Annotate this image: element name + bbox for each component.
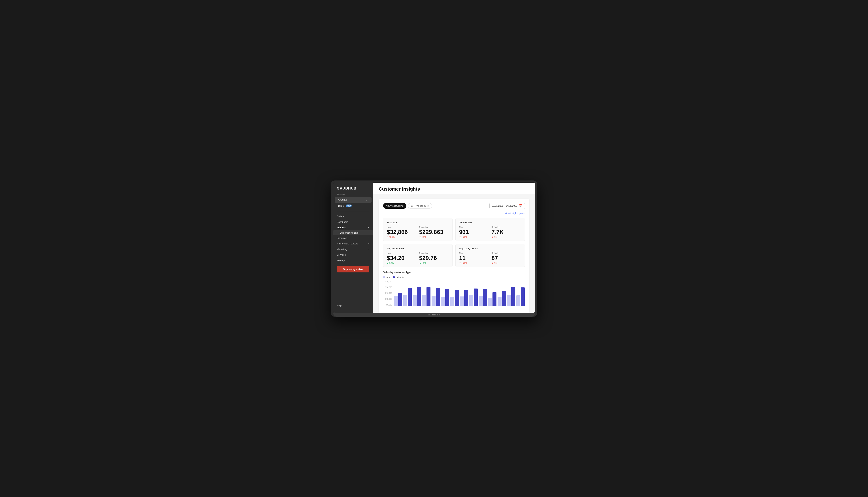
bar-group [479,289,487,306]
y-axis-label: $20,000 [383,286,393,288]
avg-order-new-change-val: 3.6% [389,262,394,264]
tab-new-vs-returning[interactable]: New vs returning [383,203,407,209]
bar-returning [511,287,515,306]
ratings-chevron-icon: ▾ [369,243,369,245]
avg-order-ret-label: Returning [419,252,449,254]
total-orders-new-change: ▼ 15.8% [459,236,489,238]
laptop-screen: GRUBHUB Switch to... Grubhub ✓ Direct Ne… [333,183,535,313]
bar-group [403,288,412,306]
bar-new [413,295,417,306]
bar-group [469,288,478,306]
total-sales-title: Total sales [387,221,449,224]
bar-group [498,292,506,306]
avg-daily-title: Avg. daily orders [459,247,521,250]
sidebar-item-ratings[interactable]: Ratings and reviews ▾ [333,241,373,246]
tab-gh-plus[interactable]: GH+ vs non GH+ [408,203,432,209]
orders-label: Orders [337,215,344,218]
total-orders-ret-change: ▼ 5.9% [492,236,521,238]
avg-daily-new-change-val: 15.8% [461,262,467,264]
avg-daily-ret-change-val: 5.9% [494,262,498,264]
avg-order-new-change: ▲ 3.6% [387,262,416,264]
stop-taking-orders-button[interactable]: Stop taking orders [337,266,369,272]
bar-returning [502,292,506,306]
total-sales-ret-label: Returning [419,226,449,228]
account-grubhub-name: Grubhub [338,198,347,201]
avg-daily-ret-change: ▼ 5.9% [492,262,521,264]
legend-returning: Returning [393,276,405,279]
bar-returning [417,287,421,306]
bar-returning [427,287,430,306]
bar-returning [474,288,478,306]
bar-new [460,297,464,306]
avg-daily-returning: Returning 87 ▼ 5.9% [492,252,521,264]
new-badge: New [346,204,352,207]
tabs-row: New vs returning GH+ vs non GH+ [383,203,432,209]
sidebar-item-orders[interactable]: Orders [333,214,373,219]
sidebar-item-insights[interactable]: Insights ▲ [333,225,373,230]
bar-new [498,297,501,306]
bar-group [431,288,440,306]
bar-new [507,295,511,306]
down-arrow-icon-2: ▼ [419,236,421,238]
bar-group [516,287,525,306]
avg-daily-new: New 11 ▼ 15.8% [459,252,489,264]
card-top-row: New vs returning GH+ vs non GH+ 02/01/20… [383,203,525,209]
insights-chevron-icon: ▲ [368,227,369,229]
metric-avg-order-value: Avg. order value New $34.20 ▲ 3.6% [383,244,453,267]
legend-new-dot [383,276,385,278]
sidebar-help[interactable]: Help [333,302,373,309]
total-sales-new: New $32,866 ▼ 12.7% [387,226,416,238]
total-orders-title: Total orders [459,221,521,224]
laptop-frame: GRUBHUB Switch to... Grubhub ✓ Direct Ne… [331,181,537,317]
sidebar-item-settings[interactable]: Settings ▾ [333,258,373,263]
total-sales-ret-change-val: 4.9% [422,236,426,238]
marketing-chevron-icon: ▾ [369,248,369,250]
bar-group [413,287,421,306]
avg-daily-new-value: 11 [459,255,489,261]
brand-logo: GRUBHUB [333,186,373,193]
y-axis-label: $8,000 [383,304,393,306]
down-arrow-icon-4: ▼ [492,236,494,238]
sidebar-item-dashboard[interactable]: Dashboard [333,219,373,225]
sidebar-subitem-customer-insights[interactable]: Customer insights [333,230,373,235]
bar-group [507,287,515,306]
sidebar-item-services[interactable]: Services [333,252,373,258]
up-arrow-icon-2: ▲ [419,262,421,264]
bar-returning [445,289,449,306]
sidebar-item-marketing[interactable]: Marketing ▾ [333,246,373,252]
bar-new [479,296,483,306]
laptop-base: MacBook Pro [333,313,535,317]
bar-new [422,295,426,306]
bar-group [450,289,459,306]
financials-label: Financials [337,237,347,239]
laptop-model-label: MacBook Pro [428,314,441,316]
main-header: Customer insights [373,183,535,194]
account-direct[interactable]: Direct New [335,203,372,209]
bar-returning [493,292,496,306]
total-sales-ret-change: ▼ 4.9% [419,236,449,238]
sidebar: GRUBHUB Switch to... Grubhub ✓ Direct Ne… [333,183,373,313]
total-orders-new: New 961 ▼ 15.8% [459,226,489,238]
avg-order-ret-value: $29.76 [419,255,449,261]
avg-order-new-label: New [387,252,416,254]
customer-insights-label: Customer insights [340,231,359,234]
account-grubhub[interactable]: Grubhub ✓ [335,197,372,203]
bar-returning [521,287,525,306]
sidebar-item-financials[interactable]: Financials ▾ [333,235,373,241]
view-insights-guide-link[interactable]: View insights guide [383,212,525,214]
bar-group [488,292,496,306]
legend-new: New [383,276,390,279]
avg-order-ret-change-val: 1.0% [422,262,426,264]
bar-returning [398,293,402,306]
dashboard-label: Dashboard [337,221,348,223]
avg-order-value-title: Avg. order value [387,247,449,250]
total-orders-new-label: New [459,226,489,228]
avg-daily-ret-value: 87 [492,255,521,261]
total-orders-ret-change-val: 5.9% [494,236,498,238]
total-orders-row: New 961 ▼ 15.8% Returning 7.7K [459,226,521,238]
settings-label: Settings [337,259,345,262]
date-picker[interactable]: 02/01/2023 - 04/30/2023 📅 [490,203,525,209]
switch-to-label: Switch to... [333,193,373,197]
legend-returning-dot [393,276,395,278]
bar-new [394,296,398,306]
